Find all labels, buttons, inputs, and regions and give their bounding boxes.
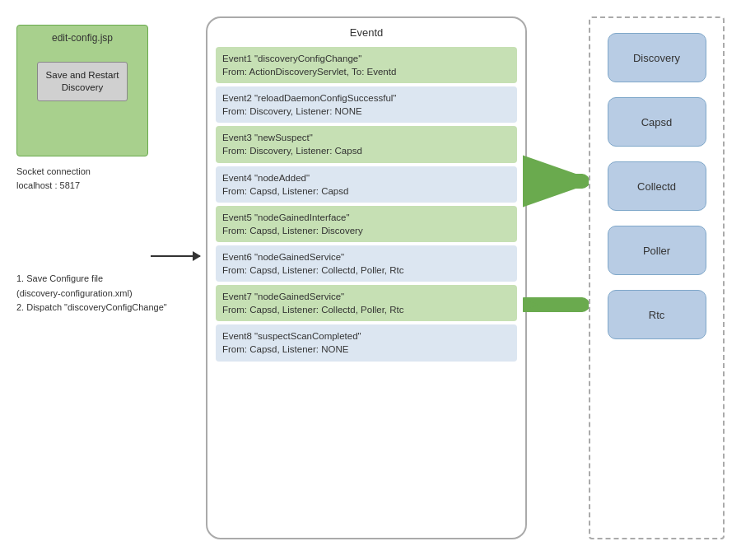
event-sub: From: Capsd, Listener: NONE	[222, 344, 348, 354]
eventd-title: Eventd	[207, 18, 525, 44]
steps-text: 1. Save Configure file (discovery-config…	[16, 272, 167, 315]
eventd-panel: Eventd Event1 "discoveryConfigChange"Fro…	[206, 16, 527, 539]
service-box-rtc: Rtc	[608, 290, 706, 339]
edit-config-title: edit-config.jsp	[17, 26, 147, 47]
event-sub: From: Discovery, Listener: NONE	[222, 106, 362, 116]
event-row-6: Event6 "nodeGainedService"From: Capsd, L…	[216, 245, 517, 282]
socket-connection-text: Socket connection localhost : 5817	[16, 165, 91, 192]
event-sub: From: Capsd, Listener: Collectd, Poller,…	[222, 265, 404, 275]
service-box-collectd: Collectd	[608, 161, 706, 211]
event-row-2: Event2 "reloadDaemonConfigSuccessful"Fro…	[216, 86, 517, 123]
event-sub: From: ActionDiscoveryServlet, To: Eventd	[222, 67, 396, 77]
event-row-1: Event1 "discoveryConfigChange"From: Acti…	[216, 47, 517, 83]
service-box-capsd: Capsd	[608, 97, 706, 147]
event-label: Event3 "newSuspect"	[222, 133, 313, 142]
event-sub: From: Capsd, Listener: Discovery	[222, 226, 363, 236]
edit-to-eventd-arrow	[151, 255, 200, 257]
event-label: Event6 "nodeGainedService"	[222, 252, 344, 262]
event-label: Event1 "discoveryConfigChange"	[222, 54, 361, 63]
save-restart-button[interactable]: Save and RestartDiscovery	[37, 62, 128, 101]
edit-config-box: edit-config.jsp Save and RestartDiscover…	[16, 25, 148, 156]
service-box-poller: Poller	[608, 226, 706, 275]
event-sub: From: Discovery, Listener: Capsd	[222, 146, 362, 156]
event-row-8: Event8 "suspectScanCompleted"From: Capsd…	[216, 324, 517, 361]
event-label: Event8 "suspectScanCompleted"	[222, 331, 361, 341]
event-label: Event7 "nodeGainedService"	[222, 292, 344, 301]
event-row-5: Event5 "nodeGainedInterface"From: Capsd,…	[216, 206, 517, 242]
right-services-panel: DiscoveryCapsdCollectdPollerRtc	[589, 16, 725, 539]
event-label: Event4 "nodeAdded"	[222, 173, 310, 183]
event-label: Event5 "nodeGainedInterface"	[222, 212, 350, 222]
event-label: Event2 "reloadDaemonConfigSuccessful"	[222, 93, 396, 103]
event-sub: From: Capsd, Listener: Collectd, Poller,…	[222, 305, 404, 315]
event-sub: From: Capsd, Listener: Capsd	[222, 186, 348, 196]
arrows-svg	[523, 115, 589, 412]
event-row-4: Event4 "nodeAdded"From: Capsd, Listener:…	[216, 166, 517, 203]
diagram-container: edit-config.jsp Save and RestartDiscover…	[0, 0, 741, 560]
event-row-7: Event7 "nodeGainedService"From: Capsd, L…	[216, 285, 517, 321]
service-box-discovery: Discovery	[608, 33, 706, 82]
event-row-3: Event3 "newSuspect"From: Discovery, List…	[216, 126, 517, 162]
